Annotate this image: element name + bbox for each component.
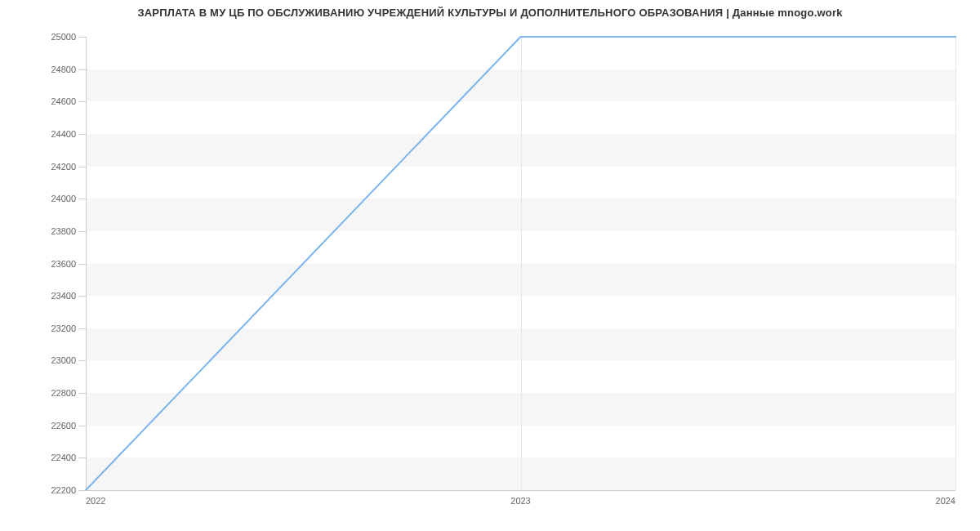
y-tick — [78, 101, 86, 102]
y-tick-label: 23000 — [27, 355, 76, 365]
y-tick-label: 24800 — [27, 65, 76, 74]
y-tick — [78, 457, 86, 458]
salary-chart: ЗАРПЛАТА В МУ ЦБ ПО ОБСЛУЖИВАНИЮ УЧРЕЖДЕ… — [0, 0, 980, 531]
x-tick-label: 2022 — [86, 496, 105, 506]
plot-area — [86, 37, 956, 491]
y-tick — [78, 426, 86, 426]
y-tick — [78, 328, 86, 329]
y-tick — [78, 231, 86, 232]
y-tick-label: 24200 — [27, 162, 76, 172]
y-tick-label: 24400 — [27, 129, 76, 139]
y-tick — [78, 264, 86, 265]
y-tick-label: 23400 — [27, 291, 76, 301]
y-tick-label: 23800 — [27, 226, 76, 236]
y-tick-label: 23600 — [27, 259, 76, 269]
x-gridline — [956, 37, 956, 490]
y-tick-label: 23200 — [27, 324, 76, 333]
series-line — [86, 37, 956, 490]
y-tick-label: 22600 — [27, 421, 76, 431]
y-tick — [78, 393, 86, 394]
line-layer — [86, 37, 956, 490]
y-tick — [78, 296, 86, 297]
y-tick — [78, 134, 86, 135]
y-tick — [78, 490, 86, 491]
y-tick-label: 22200 — [27, 485, 76, 495]
y-tick — [78, 199, 86, 199]
y-tick — [78, 69, 86, 70]
y-tick — [78, 167, 86, 167]
y-tick — [78, 360, 86, 361]
x-tick-label: 2024 — [936, 496, 956, 506]
y-tick-label: 22400 — [27, 453, 76, 462]
y-tick — [78, 37, 86, 38]
x-tick-label: 2023 — [510, 496, 530, 506]
y-tick-label: 24600 — [27, 96, 76, 106]
y-tick-label: 22800 — [27, 388, 76, 398]
chart-title: ЗАРПЛАТА В МУ ЦБ ПО ОБСЛУЖИВАНИЮ УЧРЕЖДЕ… — [0, 7, 980, 19]
y-tick-label: 25000 — [27, 32, 76, 42]
y-tick-label: 24000 — [27, 194, 76, 203]
